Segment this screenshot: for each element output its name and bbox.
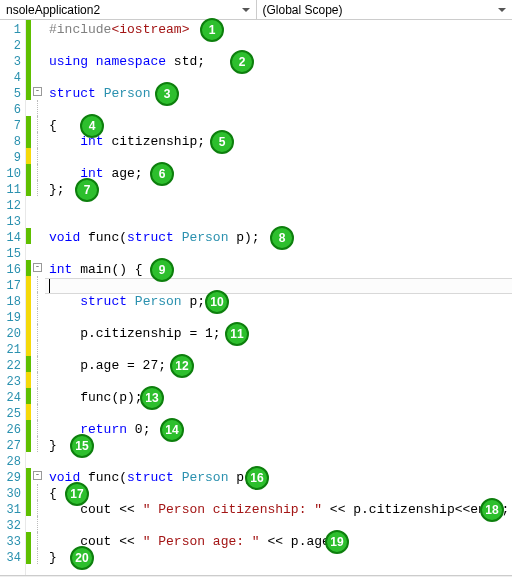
code-line[interactable] [49, 102, 512, 118]
code-line[interactable] [49, 454, 512, 470]
code-line[interactable] [49, 406, 512, 422]
fold-toggle[interactable]: - [33, 263, 42, 272]
annotation-bubble: 7 [75, 178, 99, 202]
scope-dropdown[interactable]: (Global Scope) [257, 0, 513, 19]
code-line[interactable]: return 0; [49, 422, 512, 438]
line-number: 25 [0, 406, 25, 422]
annotation-bubble: 4 [80, 114, 104, 138]
annotation-bubble: 16 [245, 466, 269, 490]
annotation-bubble: 10 [205, 290, 229, 314]
line-number: 33 [0, 534, 25, 550]
code-line[interactable] [49, 342, 512, 358]
annotation-bubble: 14 [160, 418, 184, 442]
annotation-bubble: 3 [155, 82, 179, 106]
code-line[interactable]: struct Person p; [49, 294, 512, 310]
line-number: 11 [0, 182, 25, 198]
project-dropdown-label: nsoleApplication2 [6, 3, 100, 17]
line-number: 12 [0, 198, 25, 214]
code-line[interactable]: { [49, 486, 512, 502]
code-line[interactable]: int citizenship; [49, 134, 512, 150]
line-number: 24 [0, 390, 25, 406]
code-line[interactable]: }; [49, 182, 512, 198]
code-line[interactable]: } [49, 550, 512, 566]
code-line[interactable] [49, 278, 512, 294]
code-line[interactable]: p.citizenship = 1; [49, 326, 512, 342]
code-line[interactable]: } [49, 438, 512, 454]
line-number: 28 [0, 454, 25, 470]
code-line[interactable]: using namespace std; [49, 54, 512, 70]
code-line[interactable]: p.age = 27; [49, 358, 512, 374]
line-number: 32 [0, 518, 25, 534]
code-line[interactable]: { [49, 118, 512, 134]
line-number: 18 [0, 294, 25, 310]
line-number: 27 [0, 438, 25, 454]
line-number: 17 [0, 278, 25, 294]
annotation-bubble: 1 [200, 18, 224, 42]
annotation-bubble: 6 [150, 162, 174, 186]
code-line[interactable] [49, 38, 512, 54]
code-line[interactable]: void func(struct Person p) [49, 470, 512, 486]
annotation-bubble: 11 [225, 322, 249, 346]
navigation-bar: nsoleApplication2 (Global Scope) [0, 0, 512, 20]
line-number: 29 [0, 470, 25, 486]
line-number: 22 [0, 358, 25, 374]
code-line[interactable]: int age; [49, 166, 512, 182]
chevron-down-icon [498, 8, 506, 12]
code-line[interactable]: cout << " Person citizenship: " << p.cit… [49, 502, 512, 518]
project-dropdown[interactable]: nsoleApplication2 [0, 0, 257, 19]
line-number: 13 [0, 214, 25, 230]
code-area[interactable]: #include<iostream>using namespace std;st… [45, 20, 512, 575]
code-line[interactable] [49, 150, 512, 166]
code-line[interactable] [49, 374, 512, 390]
line-number: 4 [0, 70, 25, 86]
annotation-bubble: 17 [65, 482, 89, 506]
annotation-bubble: 13 [140, 386, 164, 410]
code-line[interactable]: #include<iostream> [49, 22, 512, 38]
line-number: 1 [0, 22, 25, 38]
line-number: 5 [0, 86, 25, 102]
annotation-bubble: 9 [150, 258, 174, 282]
annotation-bubble: 12 [170, 354, 194, 378]
line-number: 16 [0, 262, 25, 278]
code-line[interactable] [49, 518, 512, 534]
code-line[interactable]: int main() { [49, 262, 512, 278]
code-line[interactable]: cout << " Person age: " << p.age; [49, 534, 512, 550]
line-number: 20 [0, 326, 25, 342]
annotation-bubble: 5 [210, 130, 234, 154]
line-number: 3 [0, 54, 25, 70]
fold-toggle[interactable]: - [33, 471, 42, 480]
annotation-bubble: 20 [70, 546, 94, 570]
scope-dropdown-label: (Global Scope) [263, 3, 343, 17]
line-number: 21 [0, 342, 25, 358]
line-number-gutter: 1234567891011121314151617181920212223242… [0, 20, 26, 575]
code-line[interactable] [49, 310, 512, 326]
line-number: 10 [0, 166, 25, 182]
code-line[interactable] [49, 198, 512, 214]
line-number: 2 [0, 38, 25, 54]
line-number: 14 [0, 230, 25, 246]
code-line[interactable] [49, 70, 512, 86]
code-line[interactable]: func(p); [49, 390, 512, 406]
chevron-down-icon [242, 8, 250, 12]
line-number: 30 [0, 486, 25, 502]
line-number: 8 [0, 134, 25, 150]
line-number: 7 [0, 118, 25, 134]
annotation-bubble: 18 [480, 498, 504, 522]
annotation-bubble: 15 [70, 434, 94, 458]
line-number: 31 [0, 502, 25, 518]
annotation-bubble: 2 [230, 50, 254, 74]
line-number: 34 [0, 550, 25, 566]
line-number: 23 [0, 374, 25, 390]
outline-margin: --- [31, 20, 45, 575]
text-caret [49, 279, 50, 293]
line-number: 9 [0, 150, 25, 166]
annotation-bubble: 19 [325, 530, 349, 554]
line-number: 15 [0, 246, 25, 262]
annotation-bubble: 8 [270, 226, 294, 250]
code-line[interactable]: struct Person [49, 86, 512, 102]
fold-toggle[interactable]: - [33, 87, 42, 96]
line-number: 6 [0, 102, 25, 118]
line-number: 19 [0, 310, 25, 326]
line-number: 26 [0, 422, 25, 438]
